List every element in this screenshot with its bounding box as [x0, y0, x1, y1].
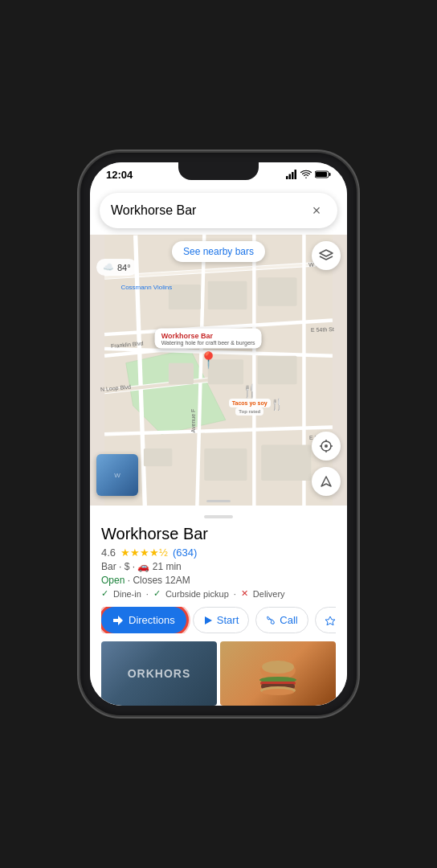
svg-point-41 — [262, 661, 294, 674]
action-buttons: Directions Start Call — [101, 607, 336, 633]
weather-temp: 84° — [117, 263, 131, 272]
svg-rect-21 — [169, 285, 201, 309]
delivery-x: ✕ — [241, 588, 248, 599]
navigate-icon — [320, 475, 333, 488]
panel-drag-handle[interactable] — [204, 515, 233, 518]
search-query: Workhorse Bar — [111, 203, 196, 218]
photos-strip[interactable]: ORKHORS — [101, 641, 336, 706]
signal-icon — [286, 170, 297, 179]
svg-rect-29 — [144, 448, 172, 466]
svg-marker-30 — [320, 250, 333, 256]
svg-rect-5 — [329, 173, 331, 176]
tacos-name: Tacos yo soy — [229, 399, 271, 407]
search-bar-container: Workhorse Bar × — [90, 186, 347, 235]
svg-rect-22 — [208, 281, 247, 309]
separator2: · 🚗 — [133, 561, 153, 572]
dot2: · — [234, 589, 236, 599]
call-label: Call — [280, 614, 297, 626]
map-thumbnail-inner: W — [96, 454, 138, 496]
review-count[interactable]: (634) — [173, 547, 197, 559]
svg-point-46 — [262, 689, 294, 695]
call-icon — [266, 616, 276, 625]
svg-rect-28 — [204, 448, 247, 481]
services-row: ✓ Dine-in · ✓ Curbside pickup · ✕ Delive… — [101, 588, 336, 599]
dine-in-label: Dine-in — [113, 589, 141, 599]
svg-rect-23 — [258, 277, 297, 305]
nearby-bars-chip[interactable]: See nearby bars — [172, 241, 265, 262]
directions-label: Directions — [129, 614, 175, 626]
save-button[interactable]: Sav — [315, 607, 336, 633]
svg-rect-0 — [286, 176, 288, 179]
photo-burger[interactable] — [220, 641, 336, 706]
location-target-icon — [319, 439, 333, 453]
status-time: 12:04 — [106, 169, 133, 181]
close-button[interactable]: × — [307, 201, 326, 220]
svg-rect-26 — [258, 356, 297, 384]
battery-icon — [315, 170, 331, 179]
directions-icon — [112, 615, 124, 626]
nearby-chip-label: See nearby bars — [183, 246, 254, 257]
dine-in-check: ✓ — [101, 588, 108, 599]
curbside-check: ✓ — [153, 588, 161, 599]
navigate-button[interactable] — [312, 467, 341, 496]
layers-button[interactable] — [312, 241, 341, 270]
start-label: Start — [217, 614, 239, 626]
map-drag-handle — [206, 500, 231, 502]
phone-frame: 12:04 — [80, 153, 357, 715]
tacos-callout[interactable]: 🍴 Tacos yo soy Top rated — [229, 383, 271, 416]
status-icons — [286, 170, 331, 179]
svg-marker-37 — [321, 477, 331, 486]
stars-display: ★★★★½ — [120, 547, 168, 559]
status-bar: 12:04 — [90, 162, 347, 186]
map-callout[interactable]: Workhorse Bar Watering hole for craft be… — [155, 328, 262, 369]
burger-svg — [254, 654, 302, 702]
callout-name: Workhorse Bar — [161, 331, 255, 339]
save-icon — [325, 616, 335, 625]
dot1: · — [146, 589, 149, 599]
tacos-pin: 🍴 — [242, 383, 258, 399]
separator1: · — [119, 561, 125, 572]
svg-rect-2 — [292, 172, 294, 179]
price: $ — [125, 561, 130, 572]
rating-row: 4.6 ★★★★½ (634) — [101, 547, 336, 559]
photo-bar[interactable]: ORKHORS — [101, 641, 217, 706]
directions-button[interactable]: Directions — [101, 607, 186, 633]
photo-bar-text: ORKHORS — [128, 667, 191, 680]
search-bar[interactable]: Workhorse Bar × — [100, 193, 337, 228]
map-pin-red: 📍 — [198, 350, 218, 369]
svg-marker-39 — [205, 616, 212, 624]
layers-icon — [318, 248, 334, 264]
notch — [178, 162, 259, 180]
rating-number: 4.6 — [101, 547, 116, 559]
svg-point-32 — [325, 444, 328, 448]
street-label-e54: E 54th St — [311, 326, 334, 333]
open-status: Open — [101, 575, 125, 586]
info-panel: Workhorse Bar 4.6 ★★★★½ (634) Bar · $ · … — [90, 506, 347, 706]
category: Bar — [101, 561, 116, 572]
svg-rect-3 — [295, 170, 297, 179]
place-details-row: Bar · $ · 🚗 21 min — [101, 561, 336, 572]
curbside-label: Curbside pickup — [165, 589, 229, 599]
street-label-avef: Avenue F — [190, 408, 196, 432]
cossmann-violins-label: Cossmann Violins — [120, 284, 172, 291]
svg-rect-1 — [289, 174, 292, 180]
closes-time: Closes 12AM — [133, 575, 190, 586]
callout-bubble: Workhorse Bar Watering hole for craft be… — [155, 328, 262, 348]
start-icon — [203, 616, 213, 625]
svg-rect-27 — [261, 445, 311, 481]
photo-burger-bg — [220, 641, 336, 706]
svg-rect-6 — [316, 172, 327, 177]
photo-bar-bg: ORKHORS — [101, 641, 217, 706]
delivery-label: Delivery — [253, 589, 285, 599]
start-button[interactable]: Start — [193, 607, 249, 633]
call-button[interactable]: Call — [255, 607, 308, 633]
phone-screen: 12:04 — [90, 162, 347, 706]
location-button[interactable] — [312, 432, 341, 461]
tacos-badge: Top rated — [235, 407, 263, 416]
map-area[interactable]: W 55th E 54th St E 52nd St N Loop Blvd F… — [90, 235, 347, 506]
svg-marker-38 — [113, 616, 123, 625]
map-thumbnail[interactable]: W — [96, 454, 138, 496]
weather-badge: ☁️ 84° — [96, 259, 137, 276]
wifi-icon — [300, 170, 312, 179]
drive-time: 21 min — [153, 561, 182, 572]
